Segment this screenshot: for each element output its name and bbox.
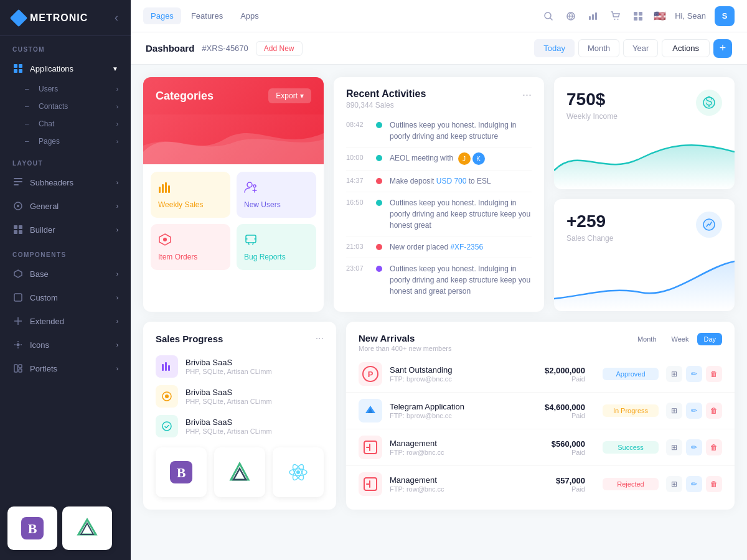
period-month[interactable]: Month <box>578 39 619 57</box>
language-flag[interactable]: 🇺🇸 <box>654 10 666 22</box>
svg-rect-27 <box>595 12 597 20</box>
delete-icon[interactable]: 🗑 <box>706 439 722 455</box>
cat-bug-reports[interactable]: Bug Reports <box>237 224 316 270</box>
bootstrap-logo[interactable]: B <box>7 506 57 550</box>
cat-new-users[interactable]: New Users <box>237 172 316 218</box>
nav-features[interactable]: Features <box>184 7 230 24</box>
cat-item-orders[interactable]: Item Orders <box>151 224 230 270</box>
period-week-btn[interactable]: Week <box>665 333 695 345</box>
network-icon[interactable] <box>564 9 578 23</box>
copy-icon[interactable]: ⊞ <box>666 403 682 419</box>
sidebar-item-extended[interactable]: Extended › <box>0 309 131 333</box>
search-icon[interactable] <box>542 9 555 23</box>
sales-menu[interactable]: ··· <box>316 333 324 344</box>
sidebar-item-general[interactable]: General › <box>0 194 131 218</box>
sales-item: Briviba SaaS PHP, SQLite, Artisan CLimm <box>156 415 324 437</box>
sidebar-item-custom[interactable]: Custom › <box>0 286 131 309</box>
react-framework[interactable] <box>273 447 324 497</box>
arrival-logo: P <box>359 362 382 386</box>
svg-rect-4 <box>14 178 22 179</box>
cart-icon[interactable] <box>609 9 622 23</box>
svg-rect-11 <box>14 230 17 234</box>
vue-framework[interactable] <box>214 447 265 497</box>
income-icon <box>696 90 722 116</box>
nav-apps[interactable]: Apps <box>233 7 266 24</box>
copy-icon[interactable]: ⊞ <box>666 366 682 382</box>
sidebar-submenu: – Users › – Contacts › – Chat › – Pages … <box>0 80 131 150</box>
sidebar-item-builder[interactable]: Builder › <box>0 218 131 241</box>
edit-icon[interactable]: ✏ <box>686 476 702 492</box>
sidebar-item-applications[interactable]: Applications ▼ <box>0 57 131 80</box>
activities-menu[interactable]: ··· <box>522 88 532 101</box>
income-chart <box>554 127 735 189</box>
sales-list: Briviba SaaS PHP, SQLite, Artisan CLimm … <box>143 355 336 447</box>
sidebar-toggle[interactable]: ‹ <box>115 11 118 24</box>
cat-weekly-sales[interactable]: Weekly Sales <box>151 172 230 218</box>
copy-icon[interactable]: ⊞ <box>666 476 682 492</box>
export-button[interactable]: Export ▾ <box>268 88 311 103</box>
sales-item-icon <box>156 415 178 437</box>
period-year[interactable]: Year <box>623 39 658 57</box>
activities-subtitle: 890,344 Sales <box>346 101 426 110</box>
period-day-btn[interactable]: Day <box>697 333 722 345</box>
delete-icon[interactable]: 🗑 <box>706 366 722 382</box>
arrival-amount: $57,000 Paid <box>556 476 585 493</box>
portlets-icon <box>12 363 24 374</box>
period-today[interactable]: Today <box>534 39 575 57</box>
copy-icon[interactable]: ⊞ <box>666 439 682 455</box>
add-new-button[interactable]: Add New <box>256 41 303 56</box>
activity-dot <box>376 178 382 184</box>
delete-icon[interactable]: 🗑 <box>706 476 722 492</box>
status-badge: Approved <box>603 368 659 380</box>
svg-rect-12 <box>19 230 22 234</box>
arrival-info: Sant Outstanding FTP: bprow@bnc.cc <box>390 365 537 383</box>
sidebar-item-chat[interactable]: – Chat › <box>12 115 131 133</box>
expand-icon: ▼ <box>112 65 118 72</box>
actions-button[interactable]: Actions <box>662 39 710 57</box>
delete-icon[interactable]: 🗑 <box>706 403 722 419</box>
period-month-btn[interactable]: Month <box>631 333 663 345</box>
svg-point-38 <box>247 182 252 187</box>
dashboard-title: Dashboard <box>146 43 194 54</box>
arrival-row: Management FTP: row@bnc.cc $57,000 Paid … <box>346 466 735 502</box>
bug-reports-icon <box>244 233 309 249</box>
pages-arrow: › <box>116 138 118 145</box>
sidebar-item-base[interactable]: Base › <box>0 262 131 286</box>
sidebar-item-icons[interactable]: Icons › <box>0 333 131 357</box>
arrival-paid: Paid <box>556 485 585 493</box>
status-badge: In Progress <box>603 404 659 417</box>
sidebar-item-users[interactable]: – Users › <box>12 80 131 98</box>
arrival-amount: $560,000 Paid <box>552 439 585 456</box>
sales-header: Sales Progress ··· <box>143 322 336 355</box>
new-arrivals-card: New Arrivals More than 400+ new members … <box>346 322 735 510</box>
arrival-info: Management FTP: row@bnc.cc <box>390 439 544 456</box>
sidebar-item-portlets[interactable]: Portlets › <box>0 357 131 380</box>
subheaders-icon <box>12 177 24 188</box>
chart-icon[interactable] <box>586 9 600 23</box>
activity-text: New order placed #XF-2356 <box>390 241 532 253</box>
arrival-price: $560,000 <box>552 439 585 449</box>
sidebar-item-pages[interactable]: – Pages › <box>12 133 131 150</box>
categories-title: Categories <box>156 90 214 103</box>
vue-logo[interactable] <box>62 506 112 550</box>
activity-text: Outlines keep you honest. Indulging in p… <box>390 263 532 297</box>
edit-icon[interactable]: ✏ <box>686 439 702 455</box>
sales-item-icon <box>156 355 178 378</box>
add-icon-button[interactable]: + <box>713 39 732 58</box>
sidebar-item-subheaders[interactable]: Subheaders › <box>0 170 131 194</box>
sidebar-item-contacts[interactable]: – Contacts › <box>12 98 131 115</box>
grid-icon[interactable] <box>631 9 645 23</box>
svg-rect-30 <box>634 12 637 16</box>
breadcrumb-id: #XRS-45670 <box>202 44 248 53</box>
arrival-price: $2,000,000 <box>545 366 585 375</box>
edit-icon[interactable]: ✏ <box>686 403 702 419</box>
arrival-logo <box>359 399 382 422</box>
edit-icon[interactable]: ✏ <box>686 366 702 382</box>
nav-pages[interactable]: Pages <box>143 7 181 24</box>
arrival-actions: ⊞ ✏ 🗑 <box>666 366 722 382</box>
svg-rect-33 <box>639 17 642 21</box>
bootstrap-framework[interactable]: B <box>156 447 207 497</box>
stat-top: 750$ Weekly Income <box>554 77 735 127</box>
user-avatar[interactable]: S <box>715 6 735 26</box>
main-area: Pages Features Apps 🇺🇸 Hi, Sean S <box>131 0 747 560</box>
